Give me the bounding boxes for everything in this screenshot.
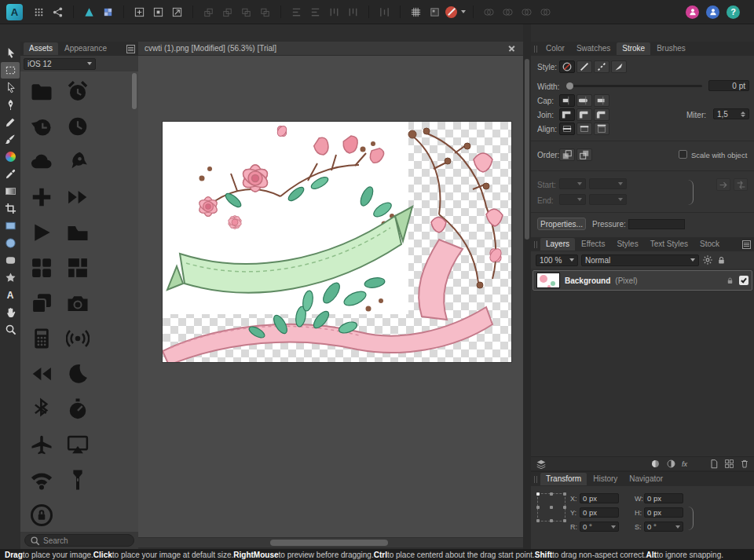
asset-antenna-icon[interactable] xyxy=(60,320,96,356)
panel-splitter[interactable] xyxy=(523,24,531,549)
stroke-style-solid-button[interactable] xyxy=(576,60,592,73)
arrowhead-swap-button[interactable] xyxy=(716,178,730,191)
stroke-width-value[interactable]: 0 pt xyxy=(708,80,749,91)
transform-s-input[interactable]: 0 ° xyxy=(644,522,683,532)
layers-menu-icon[interactable] xyxy=(742,240,751,249)
start-arrowhead-select[interactable] xyxy=(589,178,627,189)
panel-drag-handle[interactable] xyxy=(534,241,537,248)
align-center-stroke-button[interactable] xyxy=(559,123,575,135)
tab-transform[interactable]: Transform xyxy=(540,473,587,485)
insert-inside-button[interactable] xyxy=(150,4,167,20)
anchor-point-selector[interactable] xyxy=(537,493,566,522)
share-button[interactable] xyxy=(49,4,66,20)
assets-scrollbar-thumb[interactable] xyxy=(132,73,137,109)
tab-text-styles[interactable]: Text Styles xyxy=(645,238,694,251)
blend-mode-select[interactable]: Normal xyxy=(581,254,699,266)
tab-stock[interactable]: Stock xyxy=(694,238,725,251)
join-round-button[interactable] xyxy=(576,108,592,121)
stroke-width-slider[interactable] xyxy=(567,85,702,87)
cap-round-button[interactable] xyxy=(576,94,592,107)
asset-bluetooth-icon[interactable] xyxy=(24,391,60,426)
persona-pixel-button[interactable] xyxy=(100,4,116,20)
layers-stack-icon[interactable] xyxy=(536,459,547,470)
boolean-divide-button[interactable] xyxy=(537,4,554,20)
adjustment-layer-icon[interactable] xyxy=(666,459,676,469)
eyedropper-tool[interactable] xyxy=(1,166,20,182)
asset-airplane-icon[interactable] xyxy=(24,426,60,462)
asset-play-icon[interactable] xyxy=(24,214,60,250)
zoom-tool[interactable] xyxy=(1,321,20,338)
asset-wifi-icon[interactable] xyxy=(24,462,60,497)
canvas-horizontal-scrollbar-thumb[interactable] xyxy=(270,540,388,546)
blend-options-gear-icon[interactable] xyxy=(702,254,713,265)
layer-visibility-checkbox[interactable] xyxy=(739,276,749,285)
hand-tool[interactable] xyxy=(1,304,20,320)
boolean-add-button[interactable] xyxy=(481,4,497,20)
persona-vector-button[interactable] xyxy=(81,4,97,20)
help-button[interactable]: ? xyxy=(727,5,740,19)
tab-assets[interactable]: Assets xyxy=(24,42,58,55)
asset-moon-icon[interactable] xyxy=(60,356,96,391)
pressure-editor[interactable] xyxy=(628,219,685,229)
tab-color[interactable]: Color xyxy=(540,42,570,55)
lock-layer-icon[interactable] xyxy=(716,255,727,265)
apps-grid-button[interactable] xyxy=(31,4,47,20)
end-pressure-select[interactable] xyxy=(559,194,586,205)
rounded-rectangle-tool[interactable] xyxy=(1,252,20,269)
tab-navigator[interactable]: Navigator xyxy=(624,473,668,485)
mask-layer-icon[interactable] xyxy=(650,459,661,469)
join-miter-button[interactable] xyxy=(559,108,575,121)
aspect-link-icon[interactable] xyxy=(688,507,694,530)
app-logo-icon[interactable]: A xyxy=(6,4,23,20)
align-inside-stroke-button[interactable] xyxy=(576,123,592,135)
asset-copy-icon[interactable] xyxy=(24,285,60,320)
asset-flashlight-icon[interactable] xyxy=(60,462,96,497)
tab-styles[interactable]: Styles xyxy=(611,238,643,251)
align-top-button[interactable] xyxy=(326,4,342,20)
stroke-width-slider-thumb[interactable] xyxy=(566,82,573,90)
tab-history[interactable]: History xyxy=(587,473,623,485)
artboard-tool[interactable] xyxy=(1,62,20,79)
assets-search-input[interactable]: Search xyxy=(24,534,134,547)
tab-layers[interactable]: Layers xyxy=(540,238,575,251)
stroke-style-none-button[interactable] xyxy=(559,60,575,73)
close-tab-icon[interactable] xyxy=(507,44,517,53)
ellipse-tool[interactable] xyxy=(1,235,20,251)
assets-menu-icon[interactable] xyxy=(126,45,135,53)
asset-folder-icon[interactable] xyxy=(24,73,60,108)
asset-alarm-clock-icon[interactable] xyxy=(60,73,96,108)
join-bevel-button[interactable] xyxy=(594,108,609,121)
stroke-style-dashed-button[interactable] xyxy=(594,60,609,73)
asset-fast-forward-icon[interactable] xyxy=(60,179,96,214)
transform-y-input[interactable]: 0 px xyxy=(580,507,619,518)
pencil-tool[interactable] xyxy=(1,114,20,130)
miter-input[interactable]: 1,5 xyxy=(713,108,749,119)
boolean-intersect-button[interactable] xyxy=(518,4,535,20)
stroke-style-brush-button[interactable] xyxy=(611,60,627,73)
show-grid-button[interactable] xyxy=(408,4,424,20)
canvas-viewport[interactable] xyxy=(138,56,523,537)
asset-lock-icon[interactable] xyxy=(24,497,60,532)
cap-butt-button[interactable] xyxy=(559,94,575,107)
brush-tool[interactable] xyxy=(1,131,20,148)
order-behind-button[interactable] xyxy=(576,148,592,161)
arrowhead-mirror-button[interactable] xyxy=(734,178,748,191)
crop-tool[interactable] xyxy=(1,200,20,217)
color-wheel-tool[interactable] xyxy=(1,148,20,165)
tab-swatches[interactable]: Swatches xyxy=(571,42,616,55)
asset-airplay-icon[interactable] xyxy=(60,426,96,462)
layer-lock-icon[interactable] xyxy=(726,276,734,285)
asset-rewind-icon[interactable] xyxy=(24,356,60,391)
insert-behind-button[interactable] xyxy=(169,4,185,20)
tab-stroke[interactable]: Stroke xyxy=(617,42,650,55)
align-left-button[interactable] xyxy=(288,4,305,20)
start-pressure-select[interactable] xyxy=(559,178,586,189)
move-to-front-button[interactable] xyxy=(200,4,217,20)
order-front-button[interactable] xyxy=(559,148,575,161)
transform-w-input[interactable]: 0 px xyxy=(644,493,683,503)
align-outside-stroke-button[interactable] xyxy=(594,123,609,135)
layer-effects-fx-icon[interactable]: fx xyxy=(682,460,687,468)
placed-image[interactable] xyxy=(163,122,511,362)
transform-h-input[interactable]: 0 px xyxy=(644,507,683,518)
asset-stopwatch-icon[interactable] xyxy=(60,391,96,426)
